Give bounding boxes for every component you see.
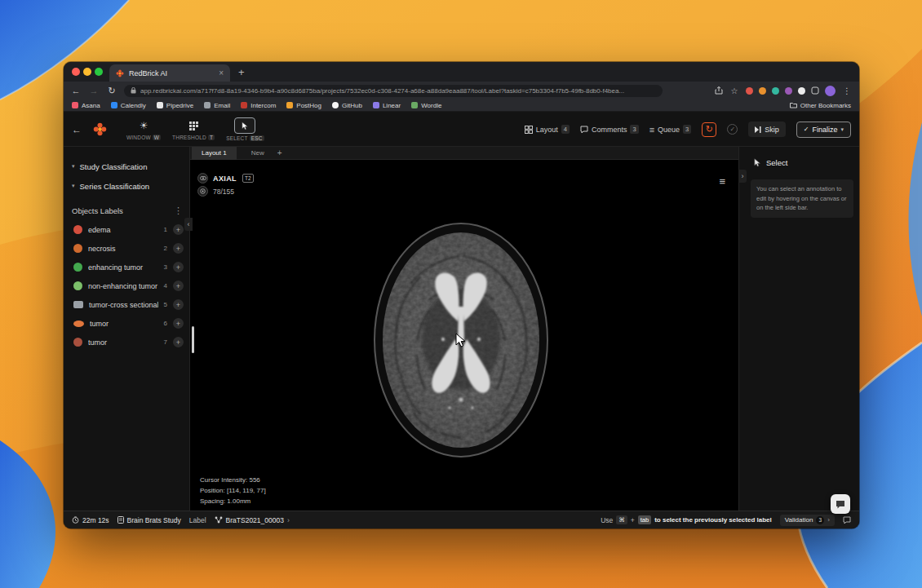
finalize-button[interactable]: ✓ Finalize ▾: [796, 122, 851, 138]
modality-badge: T2: [242, 174, 254, 183]
add-label-button[interactable]: +: [173, 224, 184, 235]
add-label-button[interactable]: +: [173, 281, 184, 291]
reload-icon[interactable]: ↻: [106, 86, 117, 96]
bookmark-github[interactable]: GitHub: [332, 102, 362, 109]
feedback-chat-icon[interactable]: [843, 516, 851, 524]
objects-menu-kebab-icon[interactable]: ⋮: [174, 206, 183, 216]
window-zoom-button[interactable]: [95, 68, 103, 76]
sidebar-collapse-handle[interactable]: ‹: [184, 218, 193, 231]
add-label-button[interactable]: +: [173, 337, 184, 347]
viewport-menu-icon[interactable]: ≡: [719, 176, 725, 187]
validation-button[interactable]: Validation 3 ›: [780, 515, 835, 526]
task-breadcrumb[interactable]: BraTS2021_00003 ›: [215, 516, 290, 524]
tool-select[interactable]: SELECTESC: [226, 117, 264, 141]
document-icon: [117, 516, 124, 524]
browser-menu-kebab-icon[interactable]: ⋮: [841, 86, 853, 95]
tab-layout-1[interactable]: Layout 1: [192, 147, 237, 160]
profile-avatar[interactable]: [825, 86, 836, 96]
label-color-dot: [73, 281, 82, 290]
label-row-necrosis[interactable]: necrosis 2 +: [64, 239, 189, 258]
slice-indicator-icon[interactable]: [197, 186, 208, 197]
forward-icon[interactable]: →: [88, 86, 100, 95]
comments-count-badge: 3: [630, 125, 638, 134]
voxel-spacing: Spacing: 1.00mm: [200, 496, 266, 506]
comments-button[interactable]: Comments 3: [580, 125, 639, 134]
extension-icon[interactable]: [785, 87, 792, 95]
back-icon[interactable]: ←: [70, 86, 82, 95]
extensions-puzzle-icon[interactable]: [811, 86, 819, 95]
bookmark-calendly[interactable]: Calendly: [111, 102, 146, 109]
wordle-favicon: [411, 102, 418, 108]
share-icon[interactable]: [715, 86, 723, 95]
viewer-canvas[interactable]: Layout 1 New +: [190, 147, 738, 511]
tool-window[interactable]: ☀ WINDOWW: [126, 118, 161, 140]
label-row-enhancing-tumor[interactable]: enhancing tumor 3 +: [64, 258, 189, 276]
chevron-down-icon: ▾: [72, 183, 75, 189]
bookmark-linear[interactable]: Linear: [373, 102, 401, 109]
window-close-button[interactable]: [72, 68, 80, 76]
bookmark-email[interactable]: Email: [204, 102, 230, 109]
bookmark-pipedrive[interactable]: Pipedrive: [157, 102, 193, 109]
bookmark-star-icon[interactable]: ☆: [729, 86, 740, 95]
new-tab-button[interactable]: +: [238, 66, 245, 78]
add-label-button[interactable]: +: [173, 318, 184, 329]
chevron-down-icon: ▾: [840, 126, 844, 133]
right-panel-collapse-handle[interactable]: ›: [738, 170, 747, 183]
github-favicon: [332, 102, 339, 108]
bookmark-posthog[interactable]: PostHog: [286, 102, 321, 109]
queue-button[interactable]: ≡ Queue 3: [649, 125, 692, 135]
chevron-down-icon: ▾: [72, 163, 75, 170]
chat-bubble-icon: [836, 500, 845, 509]
add-label-button[interactable]: +: [173, 262, 184, 272]
browser-window: RedBrick AI × + ← → ↻ app.redbrickai.com…: [64, 62, 859, 528]
layout-button[interactable]: Layout 4: [525, 125, 570, 134]
extension-icon[interactable]: [746, 87, 753, 95]
series-classification-section[interactable]: ▾ Series Classification: [64, 176, 189, 196]
browser-tab-strip: RedBrick AI × +: [64, 62, 859, 82]
refresh-button[interactable]: ↻: [702, 122, 716, 137]
extension-icon[interactable]: [772, 87, 779, 95]
lock-icon: [131, 87, 136, 94]
slice-scrollbar-thumb[interactable]: [192, 326, 194, 353]
study-classification-section[interactable]: ▾ Study Classification: [64, 157, 189, 176]
extension-icon[interactable]: [759, 87, 766, 95]
tool-threshold[interactable]: THRESHOLDT: [172, 118, 215, 140]
chat-widget-button[interactable]: [831, 494, 850, 514]
right-panel-title: Select: [766, 158, 787, 167]
other-bookmarks[interactable]: Other Bookmarks: [790, 102, 851, 109]
label-row-tumor-cross-sectional[interactable]: tumor-cross sectional 5 +: [64, 295, 189, 314]
study-name[interactable]: Brain Brats Study: [117, 516, 181, 524]
calendly-favicon: [111, 102, 117, 108]
label-row-tumor-7[interactable]: tumor 7 +: [64, 333, 189, 351]
modifier-key-badge: ⌘: [616, 515, 627, 524]
chevron-right-icon: ›: [827, 516, 830, 524]
select-shortcut-badge: ESC: [250, 135, 264, 141]
tab-new[interactable]: New: [251, 149, 264, 157]
app-back-button[interactable]: ←: [72, 124, 82, 135]
label-row-non-enhancing-tumor[interactable]: non-enhancing tumor 4 +: [64, 276, 189, 295]
add-label-button[interactable]: +: [173, 243, 184, 254]
bookmark-asana[interactable]: Asana: [72, 102, 100, 109]
skip-forward-icon: [755, 126, 761, 133]
add-layout-button[interactable]: +: [277, 148, 282, 157]
bookmark-intercom[interactable]: Intercom: [241, 102, 276, 109]
label-row-edema[interactable]: edema 1 +: [64, 220, 189, 239]
add-label-button[interactable]: +: [173, 299, 184, 310]
threshold-shortcut-badge: T: [208, 135, 215, 140]
eye-icon[interactable]: [197, 173, 208, 183]
linear-favicon: [373, 102, 379, 108]
browser-tab[interactable]: RedBrick AI ×: [109, 64, 230, 82]
stage-label[interactable]: Label: [189, 516, 206, 524]
cursor-info-readout: Cursor Intensity: 556 Position: [114, 11…: [200, 475, 266, 506]
queue-count-badge: 3: [683, 125, 691, 134]
extension-icon[interactable]: [798, 87, 805, 95]
posthog-favicon: [286, 102, 293, 108]
label-row-tumor-6[interactable]: tumor 6 +: [64, 314, 189, 333]
cursor-position: Position: [114, 119, 77]: [200, 485, 266, 496]
status-bar: 22m 12s Brain Brats Study Label BraTS202…: [64, 511, 859, 528]
bookmark-wordle[interactable]: Wordle: [411, 102, 441, 109]
tab-close-icon[interactable]: ×: [219, 69, 224, 77]
address-bar[interactable]: app.redbrickai.com/a717f7d8-8a19-4346-b9…: [124, 85, 663, 97]
window-minimize-button[interactable]: [83, 68, 91, 76]
skip-button[interactable]: Skip: [748, 122, 786, 137]
